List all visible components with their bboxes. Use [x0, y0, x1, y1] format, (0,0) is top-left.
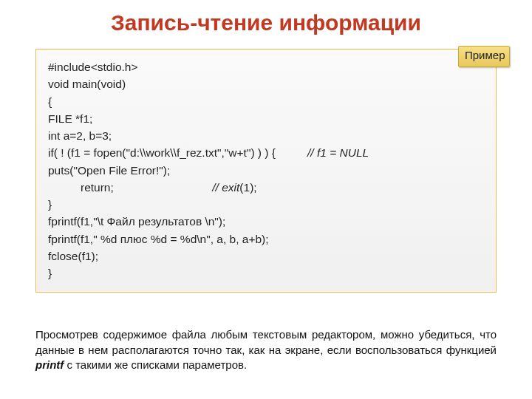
code-line: #include<stdio.h>: [48, 58, 484, 75]
code-line: FILE *f1;: [48, 110, 484, 127]
note-bold: printf: [35, 358, 64, 371]
code-line: void main(void): [48, 75, 484, 92]
code-block: #include<stdio.h> void main(void) { FILE…: [35, 49, 497, 293]
code-line: }: [48, 196, 484, 213]
code-line: if( ! (f1 = fopen("d:\\work\\f_rez.txt",…: [48, 144, 484, 161]
note-text-post: с такими же списками параметров.: [64, 358, 247, 371]
note-text-pre: Просмотрев содержимое файла любым тексто…: [35, 328, 497, 355]
code-line: }: [48, 265, 484, 282]
code-line: fclose(f1);: [48, 248, 484, 265]
code-line: return; // exit(1);: [48, 179, 484, 196]
footer-note: Просмотрев содержимое файла любым тексто…: [35, 327, 497, 372]
code-line: fprintf(f1," %d плюс %d = %d\n", a, b, a…: [48, 231, 484, 248]
example-badge: Пример: [458, 46, 510, 67]
page-title: Запись-чтение информации: [0, 0, 532, 43]
code-line: puts("Open File Error!");: [48, 162, 484, 179]
code-line: int a=2, b=3;: [48, 127, 484, 144]
code-line: fprintf(f1,"\t Файл результатов \n");: [48, 213, 484, 230]
code-line: {: [48, 93, 484, 110]
